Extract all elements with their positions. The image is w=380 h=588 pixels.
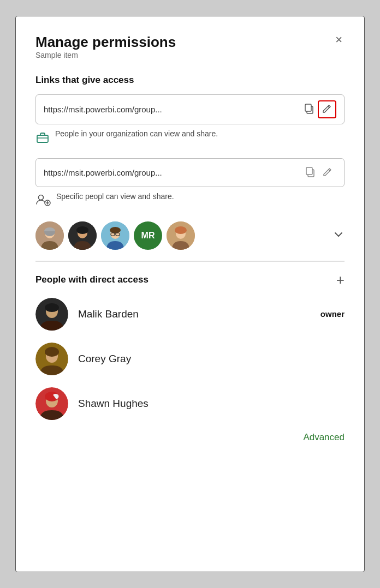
panel-header: Manage permissions Sample item × bbox=[35, 34, 345, 73]
avatar-svg-5 bbox=[167, 221, 195, 250]
copy-button-2[interactable] bbox=[301, 164, 319, 181]
malik-avatar-svg bbox=[35, 298, 68, 331]
edit-button-2[interactable] bbox=[319, 164, 336, 181]
avatar-svg-2 bbox=[68, 221, 97, 250]
avatar-1 bbox=[35, 221, 64, 250]
link-info-text-2: Specific peopl can view and share. bbox=[56, 191, 174, 202]
direct-access-heading: People with direct access bbox=[35, 274, 149, 285]
corey-avatar-svg bbox=[35, 343, 68, 375]
add-person-button[interactable]: + bbox=[336, 273, 345, 287]
avatar-2 bbox=[68, 221, 97, 250]
person-row-shawn: Shawn Hughes bbox=[35, 387, 345, 420]
panel-subtitle: Sample item bbox=[35, 51, 176, 59]
advanced-link-container: Advanced bbox=[35, 432, 345, 443]
edit-icon-2 bbox=[322, 166, 333, 177]
manage-permissions-panel: Manage permissions Sample item × Links t… bbox=[15, 16, 365, 572]
avatar-corey bbox=[35, 343, 68, 375]
svg-rect-1 bbox=[305, 104, 311, 111]
svg-rect-5 bbox=[306, 167, 312, 175]
person-name-shawn: Shawn Hughes bbox=[78, 398, 335, 410]
briefcase-svg bbox=[35, 130, 50, 144]
shawn-avatar-svg bbox=[35, 387, 68, 420]
briefcase-icon bbox=[35, 130, 50, 147]
avatar-4-mr: MR bbox=[134, 221, 162, 250]
avatar-5 bbox=[167, 221, 195, 250]
close-button[interactable]: × bbox=[333, 34, 345, 46]
section-divider bbox=[35, 261, 345, 262]
link-info-2: Specific peopl can view and share. bbox=[35, 191, 345, 211]
svg-rect-2 bbox=[37, 135, 48, 142]
copy-icon-1 bbox=[304, 103, 314, 114]
svg-point-6 bbox=[39, 195, 44, 200]
specific-people-icon bbox=[35, 192, 51, 211]
advanced-link[interactable]: Advanced bbox=[303, 432, 345, 442]
panel-title: Manage permissions bbox=[35, 34, 176, 51]
copy-button-1[interactable] bbox=[300, 101, 318, 118]
edit-button-1[interactable] bbox=[318, 100, 336, 118]
avatar-row: MR bbox=[35, 221, 345, 250]
person-name-corey: Corey Gray bbox=[78, 353, 335, 365]
avatar-malik bbox=[35, 298, 68, 331]
direct-access-header: People with direct access + bbox=[35, 273, 345, 287]
person-row-malik: Malik Barden owner bbox=[35, 298, 345, 331]
link-row-2: https://msit.powerbi.com/group... bbox=[35, 158, 345, 187]
person-name-malik: Malik Barden bbox=[78, 308, 311, 320]
person-row-corey: Corey Gray bbox=[35, 343, 345, 375]
expand-avatars-button[interactable] bbox=[333, 229, 345, 243]
link-url-2: https://msit.powerbi.com/group... bbox=[44, 168, 301, 177]
link-url-1: https://msit.powerbi.com/group... bbox=[44, 105, 300, 114]
title-group: Manage permissions Sample item bbox=[35, 34, 176, 73]
copy-icon-2 bbox=[305, 166, 316, 177]
links-section-heading: Links that give access bbox=[35, 75, 345, 86]
svg-point-24 bbox=[175, 226, 187, 234]
chevron-down-icon bbox=[333, 229, 345, 241]
person-role-malik: owner bbox=[320, 309, 345, 319]
link-info-text-1: People in your organization can view and… bbox=[55, 129, 218, 140]
avatar-svg-1 bbox=[35, 221, 64, 250]
link-info-1: People in your organization can view and… bbox=[35, 129, 345, 147]
link-row-1: https://msit.powerbi.com/group... bbox=[35, 94, 345, 124]
svg-point-18 bbox=[110, 227, 121, 233]
avatar-shawn bbox=[35, 387, 68, 420]
edit-icon-1 bbox=[322, 103, 333, 114]
avatar-svg-3 bbox=[101, 221, 129, 250]
people-add-svg bbox=[35, 192, 51, 207]
svg-point-27 bbox=[45, 303, 59, 312]
avatar-3 bbox=[101, 221, 129, 250]
